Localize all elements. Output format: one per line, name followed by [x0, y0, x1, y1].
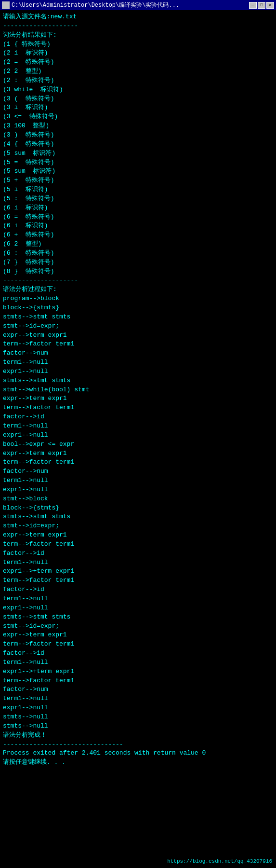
console-line: expr-->term expr1 — [3, 394, 273, 403]
console-line: (6 = 特殊符号) — [3, 213, 273, 222]
console-line: -------------------------------- — [3, 740, 273, 749]
console-line: (7 } 特殊符号) — [3, 258, 273, 267]
console-line: stmt-->block — [3, 495, 273, 504]
console-line: stmts-->stmt stmts — [3, 313, 273, 322]
console-line: 请按任意键继续. . . — [3, 758, 273, 767]
console-line: term1-->null — [3, 658, 273, 667]
console-line: term-->factor term1 — [3, 458, 273, 467]
console-line: stmt-->id=expr; — [3, 322, 273, 331]
console-line: (6 + 特殊符号) — [3, 231, 273, 240]
console-line: factor-->id — [3, 549, 273, 558]
console-line: expr1-->+term expr1 — [3, 667, 273, 676]
console-line: expr-->term expr1 — [3, 631, 273, 640]
console-line: term-->factor term1 — [3, 540, 273, 549]
console-line: stmt-->while(bool) stmt — [3, 386, 273, 395]
console-line: (3 i 标识符) — [3, 103, 273, 112]
console-line: stmts-->null — [3, 722, 273, 731]
console-line: (3 <= 特殊符号) — [3, 112, 273, 122]
console-line: term-->factor term1 — [3, 340, 273, 349]
title-bar: C:\Users\Administrator\Desktop\编译实验\实验代码… — [0, 0, 276, 11]
console-line: block-->{stmts} — [3, 504, 273, 513]
console-line: (2 = 特殊符号) — [3, 58, 273, 67]
console-line: term1-->null — [3, 422, 273, 431]
console-line: stmts-->null — [3, 713, 273, 722]
console-line: term-->factor term1 — [3, 403, 273, 413]
console-line: expr1-->null — [3, 367, 273, 376]
console-line: (5 sum 标识符) — [3, 167, 273, 176]
console-line: Process exited after 2.401 seconds with … — [3, 749, 273, 758]
console-line: (5 i 标识符) — [3, 185, 273, 194]
console-line: (5 + 特殊符号) — [3, 176, 273, 185]
console-line: term-->factor term1 — [3, 640, 273, 649]
console-line: term1-->null — [3, 594, 273, 604]
console-line: expr1-->null — [3, 604, 273, 613]
title-text: C:\Users\Administrator\Desktop\编译实验\实验代码… — [12, 1, 179, 9]
console-line: expr-->term expr1 — [3, 449, 273, 458]
console-line: (2 : 特殊符号) — [3, 76, 273, 85]
minimize-button[interactable]: — — [249, 2, 257, 9]
console-line: program-->block — [3, 294, 273, 303]
console-line: (4 { 特殊符号) — [3, 140, 273, 149]
console-line: term1-->null — [3, 694, 273, 703]
console-line: (5 = 特殊符号) — [3, 158, 273, 167]
console-line: term1-->null — [3, 476, 273, 485]
console-line: 词法分析结果如下: — [3, 31, 273, 40]
console-line: (5 : 特殊符号) — [3, 194, 273, 204]
console-line: factor-->id — [3, 649, 273, 658]
console-line: (5 sum 标识符) — [3, 149, 273, 158]
console-line: (3 ) 特殊符号) — [3, 131, 273, 140]
console-line: expr1-->null — [3, 485, 273, 495]
console-line: (6 2 整型) — [3, 240, 273, 249]
console-line: (2 i 标识符) — [3, 49, 273, 58]
console-line: (3 ( 特殊符号) — [3, 95, 273, 104]
console-line: factor-->num — [3, 349, 273, 358]
title-bar-left: C:\Users\Administrator\Desktop\编译实验\实验代码… — [2, 1, 179, 9]
console-line: stmts-->stmt stmts — [3, 613, 273, 622]
console-line: (1 { 特殊符号) — [3, 40, 273, 49]
console-line: factor-->id — [3, 413, 273, 422]
console-line: factor-->num — [3, 467, 273, 476]
console-line: -------------------- — [3, 276, 273, 285]
console-line: expr-->term expr1 — [3, 531, 273, 540]
console-line: expr1-->null — [3, 431, 273, 440]
console-line: expr-->term expr1 — [3, 331, 273, 340]
console-line: (6 i 标识符) — [3, 204, 273, 213]
console-line: (3 while 标识符) — [3, 85, 273, 95]
console-line: stmts-->stmt stmts — [3, 512, 273, 522]
console-line: -------------------- — [3, 22, 273, 31]
console-line: 语法分析完成！ — [3, 731, 273, 740]
console-line: term1-->null — [3, 558, 273, 567]
console-line: 语法分析过程如下: — [3, 285, 273, 294]
console-line: (6 i 标识符) — [3, 221, 273, 231]
console-line: factor-->id — [3, 585, 273, 594]
console-line: term-->factor term1 — [3, 576, 273, 585]
console-line: bool-->expr <= expr — [3, 440, 273, 449]
console-line: (2 2 整型) — [3, 67, 273, 76]
console-line: expr1-->null — [3, 703, 273, 713]
app-icon — [2, 1, 10, 9]
console-line: block-->{stmts} — [3, 303, 273, 313]
console-line: stmts-->stmt stmts — [3, 376, 273, 386]
console-line: (3 100 整型) — [3, 122, 273, 131]
console-line: stmt-->id=expr; — [3, 522, 273, 531]
close-button[interactable]: ✕ — [266, 2, 274, 9]
console-line: (6 : 特殊符号) — [3, 249, 273, 258]
console-area: 请输入源文件名:new.txt--------------------词法分析结… — [0, 11, 276, 868]
watermark: https://blog.csdn.net/qq_43207916 — [167, 858, 272, 864]
title-bar-controls: — □ ✕ — [249, 2, 274, 9]
console-line: expr1-->+term expr1 — [3, 567, 273, 576]
console-line: (8 } 特殊符号) — [3, 267, 273, 276]
console-output: 请输入源文件名:new.txt--------------------词法分析结… — [3, 13, 273, 767]
console-line: factor-->num — [3, 685, 273, 694]
console-line: stmt-->id=expr; — [3, 622, 273, 631]
console-line: term-->factor term1 — [3, 676, 273, 686]
console-line: 请输入源文件名:new.txt — [3, 13, 273, 22]
console-line: term1-->null — [3, 358, 273, 367]
maximize-button[interactable]: □ — [258, 2, 265, 9]
